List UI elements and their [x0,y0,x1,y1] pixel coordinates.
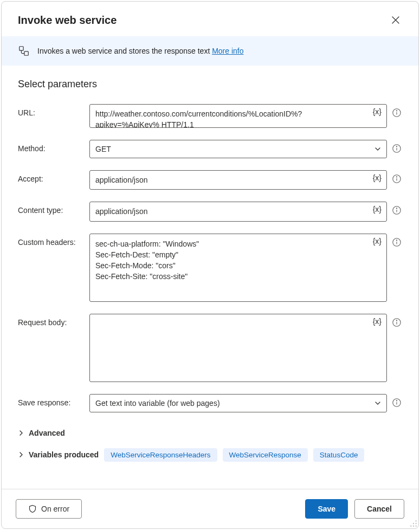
url-label: URL: [18,104,85,117]
variable-token-button[interactable]: {x} [373,173,382,182]
info-icon[interactable] [392,398,402,408]
advanced-label: Advanced [29,429,65,437]
url-input[interactable] [90,105,365,127]
save-response-select[interactable]: Get text into variable (for web pages) [89,394,387,412]
info-icon[interactable] [392,144,402,153]
info-icon[interactable] [392,318,402,327]
more-info-link[interactable]: More info [212,47,243,55]
on-error-button[interactable]: On error [16,499,82,519]
svg-point-4 [396,111,397,111]
variable-token-button[interactable]: {x} [373,205,382,214]
save-button[interactable]: Save [305,499,348,519]
variables-produced-toggle[interactable]: Variables produced [18,450,99,459]
dialog-header: Invoke web service [2,2,418,36]
info-text: Invokes a web service and stores the res… [37,47,210,55]
shield-icon [28,505,37,513]
svg-point-10 [396,177,397,177]
accept-input[interactable] [90,171,365,189]
web-service-icon [18,45,30,57]
custom-headers-label: Custom headers: [18,234,85,247]
field-content-type: Content type: {x} [18,202,402,221]
field-request-body: Request body: {x} [18,314,402,382]
chevron-right-icon [18,430,24,436]
save-label: Save [318,505,335,513]
variable-pill[interactable]: StatusCode [313,448,365,462]
chevron-down-icon [374,400,381,406]
variable-pill[interactable]: WebServiceResponse [223,448,308,462]
invoke-web-service-dialog: Invoke web service Invokes a web service… [1,1,419,529]
info-icon[interactable] [392,205,402,215]
info-icon[interactable] [392,237,402,247]
variables-produced-row: Variables produced WebServiceResponseHea… [18,448,402,462]
method-value: GET [95,145,111,153]
svg-point-7 [396,146,397,147]
close-button[interactable] [387,11,404,29]
accept-label: Accept: [18,170,85,183]
save-response-value: Get text into variable (for web pages) [95,399,220,408]
svg-point-25 [416,523,417,524]
field-custom-headers: Custom headers: {x} [18,234,402,302]
variable-token-button[interactable]: {x} [373,317,382,326]
dialog-title: Invoke web service [18,14,117,27]
close-icon [392,16,399,24]
content-type-label: Content type: [18,202,85,215]
svg-rect-0 [20,47,23,50]
svg-point-13 [396,208,397,209]
svg-point-26 [410,526,411,527]
variable-token-button[interactable]: {x} [373,107,382,116]
svg-point-16 [396,240,397,240]
svg-point-24 [413,523,414,524]
svg-point-19 [396,320,397,320]
field-url: URL: {x} [18,104,402,128]
resize-grip-icon[interactable] [410,520,417,527]
info-icon[interactable] [392,108,402,118]
cancel-button[interactable]: Cancel [354,499,404,519]
svg-rect-1 [24,51,28,55]
save-response-label: Save response: [18,394,85,407]
field-accept: Accept: {x} [18,170,402,190]
method-label: Method: [18,140,85,153]
svg-point-27 [413,526,414,527]
svg-point-28 [416,526,417,527]
on-error-label: On error [41,505,69,513]
advanced-toggle[interactable]: Advanced [18,424,402,442]
chevron-down-icon [374,146,381,152]
info-bar: Invokes a web service and stores the res… [2,36,418,66]
variable-pill[interactable]: WebServiceResponseHeaders [104,448,217,462]
variable-token-button[interactable]: {x} [373,237,382,245]
cancel-label: Cancel [367,505,392,513]
svg-point-23 [416,520,417,521]
request-body-label: Request body: [18,314,85,327]
request-body-input[interactable] [90,314,365,382]
section-title: Select parameters [18,79,402,90]
custom-headers-input[interactable] [90,234,365,301]
info-icon[interactable] [392,174,402,184]
field-method: Method: GET [18,140,402,158]
svg-point-22 [396,400,397,400]
method-select[interactable]: GET [89,140,387,158]
content-type-input[interactable] [90,202,365,221]
dialog-body: Select parameters URL: {x} Method: GET [2,66,418,489]
variables-produced-label: Variables produced [29,450,99,459]
chevron-right-icon [18,451,24,458]
dialog-footer: On error Save Cancel [2,489,418,528]
field-save-response: Save response: Get text into variable (f… [18,394,402,412]
